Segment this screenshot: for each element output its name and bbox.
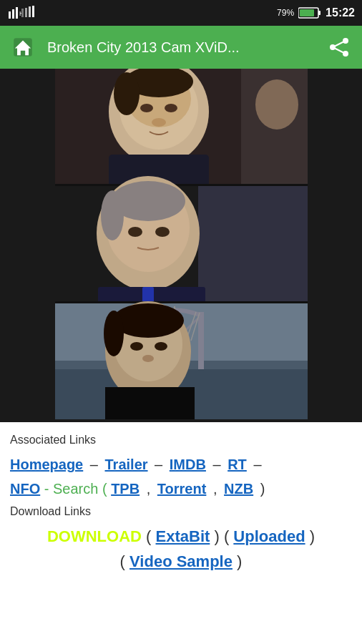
svg-rect-2	[16, 7, 18, 19]
imdb-link[interactable]: IMDB	[170, 457, 206, 472]
download-links-label: Download Links	[10, 505, 352, 518]
status-time: 15:22	[326, 6, 355, 19]
svg-rect-33	[198, 186, 308, 303]
torrent-link[interactable]: Torrent	[157, 481, 207, 497]
nfo-link[interactable]: NFO	[10, 481, 40, 497]
sep5: ,	[147, 481, 155, 497]
uploaded-link[interactable]: Uploaded	[233, 527, 305, 545]
sep7: )	[260, 481, 265, 497]
download-links-section: Download Links DOWNLOAD ( ExtaBit ) ( Up…	[10, 505, 352, 574]
trailer-link[interactable]: Trailer	[105, 457, 148, 472]
share-button[interactable]	[323, 31, 355, 63]
svg-point-41	[155, 227, 170, 237]
close-paren-2: )	[310, 527, 315, 545]
video-sample-link[interactable]: Video Sample	[129, 552, 233, 570]
movie-poster-image	[55, 69, 308, 419]
download-keyword: DOWNLOAD	[47, 527, 142, 545]
svg-point-57	[104, 311, 124, 356]
sep3: –	[212, 457, 225, 472]
open-paren-3: (	[120, 552, 125, 570]
sep6: ,	[213, 481, 221, 497]
svg-rect-31	[55, 184, 308, 186]
home-icon	[11, 36, 34, 59]
open-paren-1: (	[146, 527, 151, 545]
sep4: –	[253, 457, 261, 472]
close-paren-3: )	[237, 552, 242, 570]
battery-percent: 79%	[277, 8, 294, 18]
svg-point-30	[152, 118, 166, 127]
search-label: - Search (	[44, 481, 107, 497]
svg-rect-42	[55, 301, 308, 303]
movie-poster	[0, 69, 362, 422]
svg-rect-9	[318, 11, 321, 15]
app-title: Broken City 2013 Cam XViD...	[47, 39, 315, 56]
associated-links-label: Associated Links	[10, 434, 352, 447]
status-signal: H	[7, 6, 39, 20]
sep1: –	[90, 457, 102, 472]
svg-line-17	[333, 47, 346, 54]
svg-point-37	[101, 190, 124, 240]
status-bar: H 79% 15:22	[0, 0, 362, 26]
links-row-1: Homepage – Trailer – IMDB – RT –	[10, 454, 352, 475]
tpb-link[interactable]: TPB	[111, 481, 140, 497]
svg-line-16	[333, 41, 346, 47]
svg-rect-5	[25, 8, 27, 17]
app-bar: Broken City 2013 Cam XViD...	[0, 26, 362, 69]
svg-rect-6	[29, 6, 31, 17]
svg-point-29	[165, 104, 177, 112]
home-button[interactable]	[7, 31, 39, 63]
download-links-row: DOWNLOAD ( ExtaBit ) ( Uploaded ) ( Vide…	[10, 524, 352, 574]
svg-point-40	[128, 227, 142, 237]
sep2: –	[155, 457, 167, 472]
svg-point-61	[142, 355, 154, 362]
nzb-link[interactable]: NZB	[224, 481, 253, 497]
content-area: Associated Links Homepage – Trailer – IM…	[0, 422, 362, 574]
svg-rect-7	[32, 6, 34, 17]
svg-point-59	[130, 342, 143, 351]
svg-point-27	[255, 79, 298, 130]
svg-point-60	[155, 342, 167, 351]
rt-link[interactable]: RT	[228, 457, 247, 472]
share-icon	[328, 36, 350, 58]
svg-point-24	[114, 72, 140, 115]
homepage-link[interactable]: Homepage	[10, 457, 83, 472]
battery-icon	[298, 6, 321, 19]
svg-rect-10	[300, 9, 314, 16]
svg-rect-4	[21, 9, 24, 17]
svg-rect-0	[9, 11, 11, 19]
extabit-link[interactable]: ExtaBit	[156, 527, 210, 545]
svg-point-28	[140, 104, 153, 112]
links-row-2: NFO - Search ( TPB , Torrent , NZB )	[10, 478, 352, 499]
svg-rect-1	[12, 9, 14, 19]
svg-rect-58	[105, 387, 195, 419]
associated-links-section: Associated Links Homepage – Trailer – IM…	[10, 434, 352, 499]
close-paren-1: ) (	[214, 527, 229, 545]
